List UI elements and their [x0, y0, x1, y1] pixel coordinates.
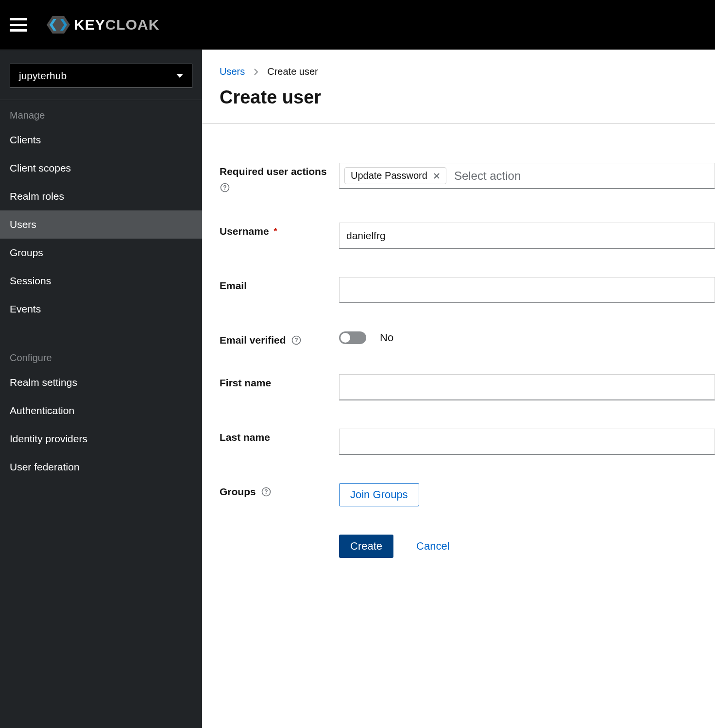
sidebar-item-users[interactable]: Users — [0, 210, 202, 239]
svg-text:?: ? — [223, 184, 226, 191]
username-input[interactable] — [339, 223, 715, 249]
brand-text: KEYCLOAK — [74, 17, 159, 33]
app-header: KEYCLOAK — [0, 0, 715, 50]
menu-toggle-icon[interactable] — [10, 18, 27, 32]
page-title: Create user — [202, 87, 715, 123]
realm-selector[interactable]: jupyterhub — [10, 64, 192, 88]
sidebar-item-realm-settings[interactable]: Realm settings — [0, 368, 202, 397]
label-username: Username * — [220, 225, 277, 237]
join-groups-button[interactable]: Join Groups — [339, 483, 419, 506]
sidebar: jupyterhub Manage Clients Client scopes … — [0, 50, 202, 728]
close-icon[interactable] — [433, 173, 440, 179]
select-placeholder: Select action — [454, 169, 521, 183]
help-icon[interactable]: ? — [261, 486, 272, 497]
toggle-knob — [340, 333, 350, 343]
help-icon[interactable]: ? — [220, 182, 230, 193]
sidebar-item-events[interactable]: Events — [0, 295, 202, 323]
nav-section-manage-label: Manage — [0, 100, 202, 126]
create-user-form: Required user actions ? Update Password — [202, 124, 715, 558]
realm-selector-selected: jupyterhub — [19, 70, 67, 82]
breadcrumb: Users Create user — [202, 50, 715, 87]
email-input[interactable] — [339, 277, 715, 303]
breadcrumb-current: Create user — [267, 66, 318, 77]
sidebar-item-realm-roles[interactable]: Realm roles — [0, 182, 202, 210]
nav-section-configure-label: Configure — [0, 343, 202, 368]
chevron-right-icon — [254, 69, 258, 75]
sidebar-item-groups[interactable]: Groups — [0, 239, 202, 267]
svg-text:?: ? — [264, 488, 268, 495]
sidebar-item-client-scopes[interactable]: Client scopes — [0, 154, 202, 182]
main-content: Users Create user Create user Required u… — [202, 50, 715, 728]
label-required-user-actions: Required user actions — [220, 166, 327, 177]
chip-label: Update Password — [351, 170, 427, 181]
keycloak-logo-icon — [47, 15, 71, 35]
label-groups: Groups ? — [220, 486, 272, 498]
svg-text:?: ? — [294, 337, 298, 344]
required-asterisk: * — [274, 226, 277, 237]
help-icon[interactable]: ? — [291, 335, 302, 346]
sidebar-item-user-federation[interactable]: User federation — [0, 453, 202, 481]
last-name-input[interactable] — [339, 429, 715, 455]
create-button[interactable]: Create — [339, 535, 393, 558]
breadcrumb-link-users[interactable]: Users — [220, 66, 245, 77]
first-name-input[interactable] — [339, 374, 715, 400]
nav-section-configure: Configure Realm settings Authentication … — [0, 343, 202, 481]
chip-update-password: Update Password — [344, 167, 446, 184]
sidebar-item-clients[interactable]: Clients — [0, 126, 202, 154]
label-email: Email — [220, 280, 247, 292]
sidebar-item-sessions[interactable]: Sessions — [0, 267, 202, 295]
sidebar-item-identity-providers[interactable]: Identity providers — [0, 425, 202, 453]
cancel-button[interactable]: Cancel — [413, 535, 453, 558]
required-user-actions-select[interactable]: Update Password Select action — [339, 163, 715, 189]
sidebar-item-authentication[interactable]: Authentication — [0, 397, 202, 425]
label-email-verified: Email verified ? — [220, 334, 302, 346]
email-verified-toggle[interactable] — [339, 331, 366, 344]
brand-logo[interactable]: KEYCLOAK — [47, 15, 159, 35]
label-last-name: Last name — [220, 432, 270, 443]
nav-section-manage: Manage Clients Client scopes Realm roles… — [0, 100, 202, 323]
chevron-down-icon — [176, 74, 183, 78]
email-verified-value: No — [380, 331, 393, 344]
label-first-name: First name — [220, 377, 271, 389]
